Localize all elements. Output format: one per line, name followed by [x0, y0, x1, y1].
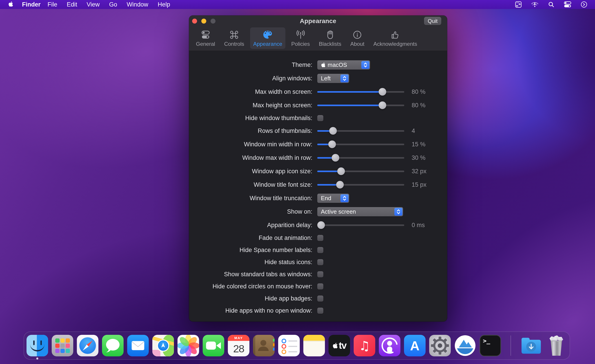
label-show-standard-tabs-as-windows: Show standard tabs as windows: — [189, 271, 312, 278]
window-title-truncation-select[interactable]: End — [317, 194, 349, 203]
dock-app-store-icon[interactable]: A — [404, 335, 425, 356]
align-windows-select[interactable]: Left — [317, 74, 349, 83]
slider-thumb[interactable] — [332, 154, 339, 162]
row-window-max-width-in-row: Window max width in row:30 % — [189, 151, 447, 165]
dock-contacts-icon[interactable] — [253, 335, 275, 356]
settings-form: Theme:macOSAlign windows:LeftMax width o… — [189, 51, 447, 317]
hide-apps-with-no-open-window-checkbox[interactable] — [317, 308, 323, 314]
music-note-glyph: ♫ — [359, 338, 370, 353]
slider-thumb[interactable] — [379, 102, 386, 109]
label-hide-apps-with-no-open-window: Hide apps with no open window: — [189, 307, 312, 314]
max-width-on-screen-slider[interactable] — [317, 91, 404, 93]
row-hide-colored-circles-on-mouse-hover: Hide colored circles on mouse hover: — [189, 280, 447, 292]
menu-app-name[interactable]: Finder — [20, 1, 43, 8]
minimize-button[interactable] — [201, 19, 206, 24]
window-title: Appearance — [189, 18, 447, 25]
dock-app-cleaner-icon[interactable] — [454, 335, 476, 356]
window-switcher-icon[interactable] — [515, 1, 522, 8]
quit-button[interactable]: Quit — [424, 17, 441, 25]
label-window-title-font-size: Window title font size: — [189, 181, 312, 188]
menu-window[interactable]: Window — [122, 1, 153, 8]
menu-edit[interactable]: Edit — [62, 1, 82, 8]
hide-app-badges-checkbox[interactable] — [317, 295, 323, 302]
hide-colored-circles-on-mouse-hover-checkbox[interactable] — [317, 283, 323, 289]
window-controls — [192, 15, 215, 27]
tab-controls[interactable]: Controls — [221, 27, 247, 49]
align-windows-selected-value: Left — [321, 75, 331, 82]
title-bar[interactable]: Appearance Quit — [189, 15, 447, 27]
fade-out-animation-checkbox[interactable] — [317, 235, 323, 241]
wifi-alert-icon[interactable] — [531, 1, 539, 8]
tab-policies[interactable]: Policies — [288, 27, 313, 49]
menu-go[interactable]: Go — [105, 1, 122, 8]
hide-status-icons-checkbox[interactable] — [317, 259, 323, 265]
select-stepper-icon[interactable] — [361, 61, 369, 69]
show-on-selected-value: Active screen — [321, 208, 356, 215]
select-stepper-icon[interactable] — [340, 194, 348, 202]
dock-calendar-icon[interactable]: MAY28 — [228, 335, 249, 356]
control-center-icon[interactable] — [564, 1, 572, 8]
theme-select[interactable]: macOS — [317, 60, 370, 69]
tab-label: General — [196, 41, 215, 47]
apparition-delay-slider[interactable] — [317, 224, 404, 226]
dock-downloads-icon[interactable] — [520, 335, 542, 356]
slider-thumb[interactable] — [337, 167, 345, 175]
app-store-letter: A — [410, 338, 419, 353]
tab-about[interactable]: About — [347, 27, 368, 49]
dock-system-preferences-icon[interactable] — [429, 335, 451, 356]
hide-space-number-labels-checkbox[interactable] — [317, 247, 323, 253]
spotlight-search-icon[interactable] — [548, 1, 555, 8]
dock-photos-icon[interactable] — [177, 335, 199, 356]
dock-messages-icon[interactable] — [102, 335, 124, 356]
hide-window-thumbnails-checkbox[interactable] — [317, 115, 323, 121]
select-stepper-icon[interactable] — [394, 208, 403, 216]
tab-general[interactable]: General — [193, 27, 218, 49]
label-align-windows: Align windows: — [189, 75, 312, 82]
window-max-width-in-row-slider[interactable] — [317, 157, 404, 159]
dock-tv-icon[interactable]: tv — [328, 335, 350, 356]
show-standard-tabs-as-windows-checkbox[interactable] — [317, 271, 323, 277]
window-min-width-in-row-slider[interactable] — [317, 144, 404, 145]
dock-terminal-icon[interactable]: >_ — [480, 335, 501, 356]
slider-thumb[interactable] — [317, 221, 325, 229]
tab-blacklists[interactable]: Blacklists — [316, 27, 344, 49]
dock-finder-icon[interactable] — [27, 335, 48, 356]
menu-file[interactable]: File — [43, 1, 62, 8]
slider-thumb[interactable] — [329, 127, 337, 135]
dock-notes-icon[interactable] — [303, 335, 325, 356]
max-height-on-screen-slider[interactable] — [317, 105, 404, 106]
dock-music-icon[interactable]: ♫ — [354, 335, 375, 356]
user-circle-icon[interactable] — [581, 1, 587, 8]
dock-mail-icon[interactable] — [127, 335, 149, 356]
dock-safari-icon[interactable] — [77, 335, 99, 356]
rows-of-thumbnails-slider[interactable] — [317, 130, 404, 132]
dock-launchpad-icon[interactable] — [52, 335, 73, 356]
label-window-min-width-in-row: Window min width in row: — [189, 141, 312, 148]
menu-view[interactable]: View — [82, 1, 105, 8]
label-max-width-on-screen: Max width on screen: — [189, 89, 312, 95]
select-stepper-icon[interactable] — [340, 75, 348, 82]
dock-maps-icon[interactable] — [152, 335, 174, 356]
toolbar: GeneralControlsAppearancePoliciesBlackli… — [189, 27, 447, 51]
window-app-icon-size-slider[interactable] — [317, 171, 404, 172]
row-show-standard-tabs-as-windows: Show standard tabs as windows: — [189, 268, 447, 280]
dock-trash-icon[interactable] — [545, 335, 567, 356]
dock-podcasts-icon[interactable] — [379, 335, 400, 356]
dock-facetime-icon[interactable] — [203, 335, 224, 356]
slider-thumb[interactable] — [379, 88, 386, 96]
tab-appearance[interactable]: Appearance — [250, 27, 285, 49]
apple-menu[interactable] — [8, 1, 14, 8]
window-title-font-size-slider[interactable] — [317, 184, 404, 185]
menu-help[interactable]: Help — [153, 1, 175, 8]
show-on-select[interactable]: Active screen — [317, 207, 403, 216]
window-max-width-in-row-value: 30 % — [412, 154, 425, 161]
window-title-truncation-selected-value: End — [321, 195, 331, 202]
slider-thumb[interactable] — [336, 181, 344, 188]
window-title-font-size-value: 15 px — [412, 181, 426, 188]
dock-reminders-icon[interactable] — [278, 335, 300, 356]
running-indicator — [36, 357, 38, 359]
tab-acknowledgments[interactable]: Acknowledgments — [370, 27, 420, 49]
slider-thumb[interactable] — [328, 140, 336, 148]
close-button[interactable] — [192, 19, 197, 24]
row-apparition-delay: Apparition delay:0 ms — [189, 218, 447, 232]
